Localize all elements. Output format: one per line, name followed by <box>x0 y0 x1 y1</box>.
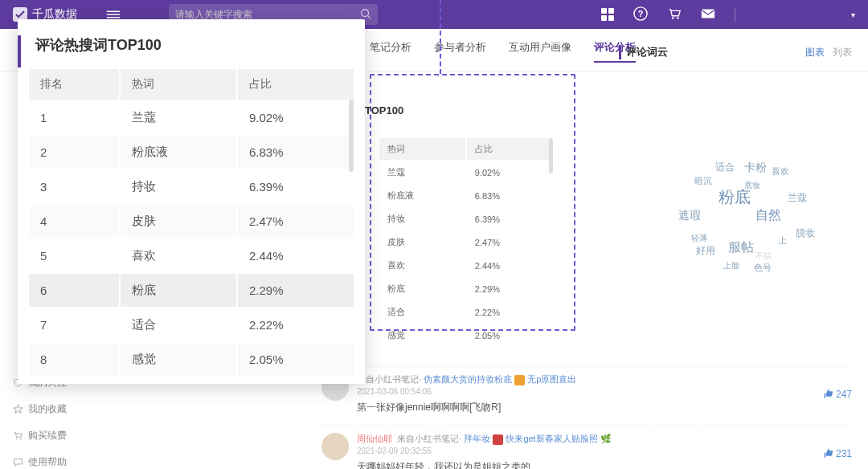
table-row[interactable]: 皮肤2.47% <box>379 231 550 253</box>
cell-pct: 2.29% <box>238 274 354 307</box>
callout-line <box>440 0 441 74</box>
note-suffix[interactable]: 无p原图直出 <box>527 374 576 384</box>
table-row[interactable]: 粉底2.29% <box>379 278 550 300</box>
wordcloud-word[interactable]: 卡粉 <box>744 161 767 175</box>
source-prefix: 来自小红书笔记· <box>397 434 461 443</box>
comment-meta: 来自小红书笔记· 伪素颜大赏的持妆粉底 无p原图直出 <box>357 373 815 385</box>
star-icon <box>13 404 23 414</box>
wordcloud-word[interactable]: 上 <box>778 234 787 247</box>
source-prefix: 来自小红书笔记· <box>357 374 421 384</box>
note-link[interactable]: 拜年妆 <box>464 434 490 443</box>
top100-callout-box: TOP100 热词 占比 兰蔻9.02%粉底液6.83%持妆6.39%皮肤2.4… <box>370 74 575 331</box>
divider <box>735 7 735 22</box>
svg-point-1 <box>362 9 369 16</box>
cell-pct: 6.39% <box>467 208 550 230</box>
col-pct: 占比 <box>238 69 354 100</box>
cell-rank: 5 <box>29 239 119 272</box>
mail-icon[interactable] <box>701 8 715 22</box>
wordcloud-word[interactable]: 轻薄 <box>691 233 707 244</box>
svg-point-6 <box>677 17 679 19</box>
wordcloud-word[interactable]: 粉底 <box>719 186 751 208</box>
cell-pct: 6.83% <box>467 185 550 206</box>
tab-user-portrait[interactable]: 互动用户画像 <box>509 40 571 63</box>
svg-point-9 <box>20 438 22 440</box>
wordcloud-header: 评论词云 图表 列表 <box>619 45 852 59</box>
cell-rank: 2 <box>29 136 119 169</box>
table-row[interactable]: 6粉底2.29% <box>29 274 354 307</box>
table-row[interactable]: 感觉2.05% <box>379 324 550 346</box>
view-chart[interactable]: 图表 <box>805 47 825 58</box>
like-button[interactable]: 231 <box>823 433 852 469</box>
cell-rank: 4 <box>29 205 119 238</box>
cell-word: 兰蔻 <box>379 161 465 183</box>
col-word: 热词 <box>379 138 465 160</box>
like-button[interactable]: 247 <box>823 373 852 414</box>
table-row[interactable]: 5喜欢2.44% <box>29 239 354 272</box>
tab-participant-analysis[interactable]: 参与者分析 <box>434 40 486 63</box>
wordcloud-word[interactable]: 自然 <box>755 207 781 224</box>
view-list[interactable]: 列表 <box>833 47 852 58</box>
wordcloud-word[interactable]: 喜欢 <box>772 165 789 177</box>
cell-word: 兰蔻 <box>121 101 236 134</box>
wordcloud-word[interactable]: 兰蔻 <box>788 191 807 205</box>
cell-word: 适合 <box>121 308 236 341</box>
cell-pct: 2.05% <box>238 343 354 376</box>
table-row[interactable]: 1兰蔻9.02% <box>29 101 354 134</box>
col-rank: 排名 <box>29 69 119 100</box>
popup-title: 评论热搜词TOP100 <box>18 35 365 67</box>
wordcloud-word[interactable]: 上脸 <box>723 260 739 271</box>
table-row[interactable]: 8感觉2.05% <box>29 343 354 376</box>
top100-popup: 评论热搜词TOP100 排名 热词 占比 1兰蔻9.02%2粉底液6.83%3持… <box>18 19 365 384</box>
cart-icon <box>13 430 23 441</box>
wordcloud-word[interactable]: 不错 <box>755 251 772 262</box>
popup-scrollbar[interactable] <box>349 100 354 172</box>
cell-pct: 2.44% <box>238 239 354 272</box>
wordcloud-word[interactable]: 脱妆 <box>796 226 815 240</box>
table-row[interactable]: 粉底液6.83% <box>379 185 550 206</box>
wordcloud-word[interactable]: 适合 <box>715 161 735 174</box>
wordcloud-word[interactable]: 好用 <box>696 244 715 258</box>
cell-rank: 7 <box>29 308 119 341</box>
commenter-name[interactable]: 周仙仙耶 <box>357 434 392 443</box>
user-menu-caret[interactable]: ▾ <box>851 10 855 19</box>
thumbs-up-icon <box>823 389 833 399</box>
table-row[interactable]: 7适合2.22% <box>29 308 354 341</box>
cart-icon[interactable] <box>667 6 682 23</box>
note-link[interactable]: 伪素颜大赏的持妆粉底 <box>424 374 512 384</box>
apps-icon[interactable] <box>601 8 614 21</box>
cell-word: 皮肤 <box>121 205 236 238</box>
tab-note-analysis[interactable]: 笔记分析 <box>370 40 411 63</box>
cell-word: 粉底液 <box>379 185 465 206</box>
table-row[interactable]: 2粉底液6.83% <box>29 136 354 169</box>
col-word: 热词 <box>121 69 236 100</box>
cell-pct: 6.39% <box>238 170 354 203</box>
note-suffix[interactable]: 快来get新春家人贴脸照 <box>506 434 597 443</box>
table-row[interactable]: 3持妆6.39% <box>29 170 354 203</box>
small-table-scrollbar[interactable] <box>549 138 553 173</box>
wordcloud-word[interactable]: 服帖 <box>728 239 754 256</box>
table-row[interactable]: 持妆6.39% <box>379 208 550 230</box>
cell-rank: 1 <box>29 101 119 134</box>
comment-time: 2021-02-09 20:32:55 <box>357 447 815 455</box>
avatar[interactable] <box>321 433 349 460</box>
wordcloud-word[interactable]: 色号 <box>754 262 772 274</box>
table-row[interactable]: 适合2.22% <box>379 301 550 323</box>
cell-pct: 9.02% <box>238 101 354 134</box>
menu-icon[interactable] <box>106 9 121 20</box>
sidebar-label: 购买续费 <box>28 429 67 442</box>
like-count: 247 <box>836 389 852 400</box>
col-pct: 占比 <box>467 138 550 160</box>
cell-pct: 2.44% <box>467 255 550 276</box>
table-row[interactable]: 兰蔻9.02% <box>379 161 550 183</box>
table-row[interactable]: 喜欢2.44% <box>379 255 550 276</box>
cell-pct: 2.47% <box>467 231 550 253</box>
wordcloud-word[interactable]: 遮瑕 <box>678 209 701 223</box>
sidebar-item-help[interactable]: 使用帮助 <box>13 449 67 469</box>
wordcloud-word[interactable]: 暗沉 <box>694 175 712 187</box>
table-row[interactable]: 4皮肤2.47% <box>29 205 354 238</box>
cell-word: 粉底 <box>121 274 236 307</box>
sidebar-item-fav[interactable]: 我的收藏 <box>13 396 67 422</box>
cell-pct: 2.22% <box>467 301 550 323</box>
help-icon[interactable]: ? <box>633 6 648 23</box>
sidebar-item-buy[interactable]: 购买续费 <box>13 422 67 449</box>
